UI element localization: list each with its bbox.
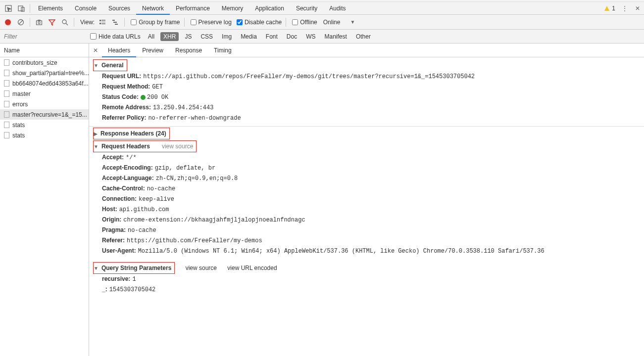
waterfall-icon[interactable]: [110, 17, 120, 27]
svg-rect-17: [113, 22, 117, 23]
tab-audits[interactable]: Audits: [323, 2, 351, 15]
device-toggle-icon[interactable]: [15, 2, 28, 15]
divider: [30, 4, 30, 13]
chevron-down-icon[interactable]: ▼: [350, 19, 355, 25]
detail-tab-response[interactable]: Response: [169, 44, 208, 57]
type-filter-js[interactable]: JS: [182, 32, 195, 41]
section-request-headers[interactable]: ▼ Request Headers view source: [94, 141, 193, 152]
clear-button[interactable]: [16, 17, 26, 27]
section-response-headers[interactable]: ▶ Response Headers (24): [94, 128, 166, 139]
type-filter-all[interactable]: All: [145, 32, 157, 41]
preserve-log-checkbox[interactable]: Preserve log: [191, 19, 232, 26]
tab-security[interactable]: Security: [290, 2, 323, 15]
record-button[interactable]: [3, 17, 13, 27]
section-general[interactable]: ▼ General: [94, 60, 124, 71]
tab-console[interactable]: Console: [69, 2, 102, 15]
inspect-icon[interactable]: [2, 2, 15, 15]
header-row: Accept:*/*: [93, 152, 644, 163]
header-row: User-Agent:Mozilla/5.0 (Windows NT 6.1; …: [93, 246, 644, 256]
request-row[interactable]: stats: [0, 120, 89, 130]
network-toolbar: View: Group by frame Preserve log Disabl…: [0, 15, 644, 30]
filter-input[interactable]: [0, 30, 88, 43]
request-row-label: bb6648074ed6d43853a64f...: [12, 80, 89, 87]
warnings-count: 1: [612, 5, 615, 12]
filter-icon[interactable]: [47, 17, 57, 27]
detail-tab-headers[interactable]: Headers: [102, 44, 136, 57]
request-row[interactable]: errors: [0, 99, 89, 109]
large-rows-icon[interactable]: [98, 17, 107, 27]
type-filter-media[interactable]: Media: [238, 32, 260, 41]
query-param-row: recursive:1: [93, 274, 644, 284]
type-filter-css[interactable]: CSS: [198, 32, 216, 41]
request-row-label: contributors_size: [12, 59, 57, 66]
request-row[interactable]: contributors_size: [0, 57, 89, 68]
header-row: Cache-Control:no-cache: [93, 183, 644, 194]
detail-tabs: ✕ HeadersPreviewResponseTiming: [89, 44, 644, 57]
view-url-encoded-link[interactable]: view URL encoded: [227, 265, 277, 271]
header-row: Referer:https://github.com/FreeFaller/my…: [93, 235, 644, 246]
chevron-down-icon: ▼: [94, 266, 99, 271]
detail-tab-preview[interactable]: Preview: [136, 44, 169, 57]
search-icon[interactable]: [60, 17, 70, 27]
view-source-link[interactable]: view source: [162, 143, 193, 150]
file-icon: [4, 90, 9, 97]
tab-sources[interactable]: Sources: [102, 2, 136, 15]
file-icon: [4, 59, 9, 66]
request-row[interactable]: master: [0, 89, 89, 99]
type-filter-font[interactable]: Font: [263, 32, 281, 41]
request-row-label: master?recursive=1&_=15...: [12, 111, 87, 118]
svg-point-8: [62, 20, 66, 24]
hide-data-urls-checkbox[interactable]: Hide data URLs: [90, 33, 141, 40]
request-list: Name contributors_sizeshow_partial?parti…: [0, 44, 89, 356]
file-icon: [4, 122, 9, 128]
svg-line-4: [19, 20, 23, 24]
group-by-frame-checkbox[interactable]: Group by frame: [131, 19, 180, 26]
offline-checkbox[interactable]: Offline: [292, 19, 317, 26]
request-list-header[interactable]: Name: [0, 44, 89, 57]
section-query-params[interactable]: ▼ Query String Parameters: [94, 263, 171, 273]
header-row: Accept-Language:zh-CN,zh;q=0.9,en;q=0.8: [93, 173, 644, 183]
view-source-link[interactable]: view source: [186, 265, 217, 271]
tab-performance[interactable]: Performance: [170, 2, 216, 15]
close-detail-icon[interactable]: ✕: [89, 47, 102, 54]
request-row-label: master: [12, 90, 31, 97]
request-row[interactable]: show_partial?partial=tree%...: [0, 68, 89, 78]
header-row: Host:api.github.com: [93, 204, 644, 215]
close-devtools-icon[interactable]: ✕: [631, 2, 644, 15]
header-row: Connection:keep-alive: [93, 194, 644, 204]
request-row[interactable]: master?recursive=1&_=15...: [0, 109, 89, 120]
type-filter-xhr[interactable]: XHR: [160, 32, 179, 41]
detail-tab-timing[interactable]: Timing: [208, 44, 238, 57]
request-detail: ✕ HeadersPreviewResponseTiming ▼ General…: [89, 44, 644, 356]
header-row: Accept-Encoding:gzip, deflate, br: [93, 163, 644, 173]
type-filter-img[interactable]: Img: [219, 32, 235, 41]
network-filterbar: Hide data URLs AllXHRJSCSSImgMediaFontDo…: [0, 30, 644, 44]
file-icon: [4, 70, 9, 76]
tab-elements[interactable]: Elements: [32, 2, 69, 15]
file-icon: [4, 132, 9, 138]
capture-screenshots-icon[interactable]: [34, 17, 44, 27]
tab-memory[interactable]: Memory: [216, 2, 249, 15]
tab-network[interactable]: Network: [136, 2, 170, 15]
file-icon: [4, 101, 9, 107]
throttling-select[interactable]: Online: [323, 19, 341, 26]
svg-rect-15: [101, 24, 105, 24]
file-icon: [4, 111, 9, 118]
more-icon[interactable]: ⋮: [618, 2, 631, 15]
request-row[interactable]: bb6648074ed6d43853a64f...: [0, 78, 89, 89]
type-filter-manifest[interactable]: Manifest: [322, 32, 350, 41]
svg-rect-1: [18, 6, 23, 11]
svg-rect-16: [112, 20, 115, 21]
chevron-down-icon: ▼: [94, 63, 99, 68]
tab-application[interactable]: Application: [249, 2, 290, 15]
disable-cache-checkbox[interactable]: Disable cache: [237, 19, 282, 26]
devtools-tabbar: ElementsConsoleSourcesNetworkPerformance…: [0, 2, 644, 15]
request-row[interactable]: stats: [0, 130, 89, 140]
type-filter-doc[interactable]: Doc: [284, 32, 300, 41]
svg-rect-12: [101, 21, 105, 21]
request-row-label: errors: [12, 101, 28, 108]
warnings-badge[interactable]: 1: [601, 5, 618, 12]
type-filter-ws[interactable]: WS: [303, 32, 318, 41]
type-filter-other[interactable]: Other: [353, 32, 374, 41]
svg-rect-5: [37, 21, 42, 25]
